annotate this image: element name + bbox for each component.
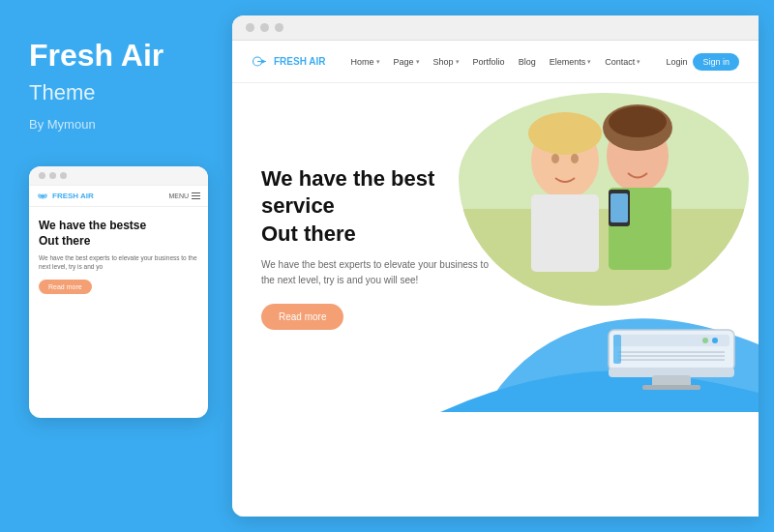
- nav-home[interactable]: Home ▾: [345, 53, 386, 71]
- mobile-preview: FRESH AIR MENU We have the bestse Out th…: [29, 166, 208, 418]
- svg-point-20: [712, 338, 718, 343]
- hero-title: We have the best service Out there: [261, 165, 503, 249]
- ac-unit-svg: [604, 325, 739, 393]
- ac-unit-image: [604, 325, 739, 393]
- chevron-down-icon: ▾: [456, 58, 460, 66]
- browser-dot-1: [246, 23, 254, 32]
- svg-point-7: [571, 154, 579, 163]
- chevron-down-icon: ▾: [587, 58, 591, 66]
- nav-elements[interactable]: Elements ▾: [544, 53, 598, 71]
- svg-rect-19: [613, 335, 621, 364]
- svg-rect-4: [531, 194, 599, 272]
- chevron-down-icon: ▾: [637, 58, 640, 66]
- svg-point-6: [551, 154, 559, 163]
- login-link[interactable]: Login: [666, 57, 687, 67]
- app-subtitle: Theme: [29, 80, 203, 105]
- app-title: Fresh Air: [29, 39, 203, 73]
- mobile-read-more-button[interactable]: Read more: [39, 280, 92, 294]
- nav-blog[interactable]: Blog: [513, 53, 542, 71]
- nav-page[interactable]: Page ▾: [388, 53, 426, 71]
- svg-point-21: [702, 338, 708, 343]
- mobile-dot-2: [49, 172, 56, 179]
- desktop-logo: FRESH AIR: [252, 55, 326, 68]
- mobile-hero-desc: We have the best experts to elevate your…: [39, 253, 198, 271]
- hero-description: We have the best experts to elevate your…: [261, 257, 503, 288]
- svg-rect-24: [642, 385, 700, 390]
- mobile-hero: We have the bestse Out there We have the…: [29, 207, 208, 303]
- browser-dot-3: [275, 23, 283, 32]
- chevron-down-icon: ▾: [376, 58, 380, 66]
- browser-bar: [232, 15, 759, 41]
- svg-rect-13: [610, 193, 628, 222]
- mobile-logo-icon: [37, 192, 48, 200]
- mobile-dot-1: [39, 172, 45, 179]
- browser-dot-2: [260, 23, 269, 32]
- svg-point-5: [528, 112, 602, 155]
- left-panel: Fresh Air Theme By Mymoun FRESH AIR MENU: [0, 0, 232, 532]
- hero-read-more-button[interactable]: Read more: [261, 304, 343, 330]
- desktop-hero: We have the best service Out there We ha…: [232, 83, 759, 412]
- signin-button[interactable]: Sign in: [693, 53, 739, 71]
- nav-portfolio[interactable]: Portfolio: [467, 53, 511, 71]
- mobile-logo: FRESH AIR: [37, 192, 94, 200]
- mobile-dot-3: [60, 172, 67, 179]
- desktop-navbar: FRESH AIR Home ▾ Page ▾ Shop ▾ Portfolio: [232, 41, 759, 83]
- nav-contact[interactable]: Contact ▾: [599, 53, 646, 71]
- desktop-logo-text: FRESH AIR: [274, 56, 326, 67]
- svg-point-11: [609, 106, 667, 137]
- chevron-down-icon: ▾: [416, 58, 420, 66]
- desktop-logo-icon: [252, 55, 269, 68]
- mobile-hero-title: We have the bestse Out there: [39, 219, 198, 249]
- desktop-content: FRESH AIR Home ▾ Page ▾ Shop ▾ Portfolio: [232, 41, 759, 517]
- mobile-menu: MENU: [168, 192, 200, 200]
- mobile-browser-bar: [29, 166, 208, 186]
- desktop-preview: FRESH AIR Home ▾ Page ▾ Shop ▾ Portfolio: [232, 15, 759, 517]
- nav-links: Home ▾ Page ▾ Shop ▾ Portfolio Blog: [345, 53, 667, 71]
- nav-actions: Login Sign in: [666, 53, 739, 71]
- nav-shop[interactable]: Shop ▾: [428, 53, 465, 71]
- hamburger-icon: [192, 192, 200, 200]
- mobile-logo-text: FRESH AIR: [52, 192, 94, 200]
- mobile-menu-label: MENU: [168, 192, 189, 199]
- mobile-nav: FRESH AIR MENU: [29, 186, 208, 207]
- hero-content: We have the best service Out there We ha…: [232, 127, 532, 369]
- app-author: By Mymoun: [29, 117, 203, 132]
